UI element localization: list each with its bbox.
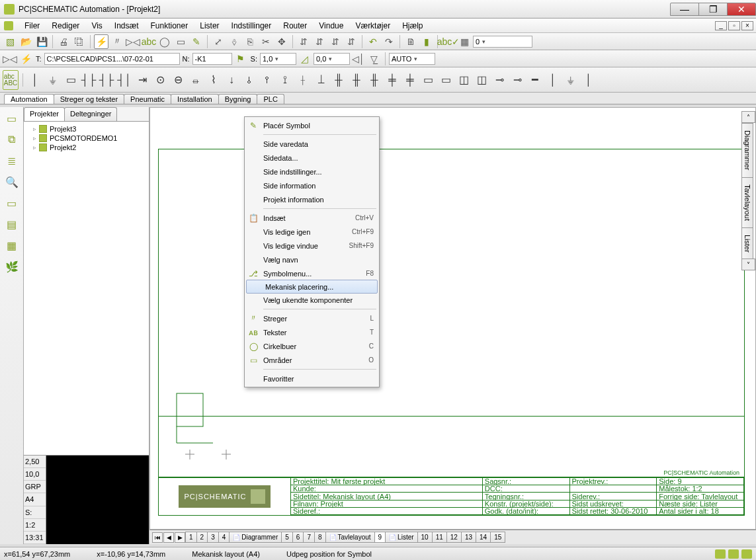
menu-hjælp[interactable]: Hjælp — [396, 20, 429, 32]
pagetab-3[interactable]: 3 — [207, 532, 219, 543]
menu-lister[interactable]: Lister — [194, 20, 225, 32]
abc-check-icon[interactable]: abc✓ — [441, 34, 456, 49]
pagetab-13[interactable]: 13 — [461, 532, 476, 543]
pagetab-8[interactable]: 8 — [314, 532, 326, 543]
flip-h-icon[interactable]: ◁│ — [351, 52, 366, 66]
tb2-angle-icon[interactable]: ◿ — [298, 52, 312, 66]
print-icon[interactable]: 🖨 — [56, 34, 71, 49]
symbol-8[interactable]: ⊖ — [170, 70, 186, 90]
lines-mode-icon[interactable]: 〃 — [110, 34, 124, 49]
calc-icon[interactable]: ▦ — [457, 34, 472, 49]
text-mode-icon[interactable]: abc — [142, 34, 156, 49]
drawing-canvas[interactable]: PC|SCHEMATIC Projekttitel: Mit første pr… — [149, 107, 756, 530]
symtab-streger-og-tekster[interactable]: Streger og tekster — [54, 94, 124, 104]
ctx-favoritter[interactable]: Favoritter — [245, 372, 379, 385]
menu-indsæt[interactable]: Indsæt — [108, 20, 145, 32]
symbol-12[interactable]: ⫰ — [241, 70, 257, 90]
symbol-11[interactable]: ↓ — [224, 70, 239, 90]
new-icon[interactable]: ▧ — [3, 34, 17, 49]
pagetab-9[interactable]: 9 — [374, 532, 386, 543]
ls-layers-icon[interactable]: ⧉ — [5, 132, 19, 147]
pagetab-5[interactable]: 5 — [281, 532, 293, 543]
ctx-omr-der[interactable]: ▭OmråderO — [245, 353, 379, 367]
menu-router[interactable]: Router — [277, 20, 313, 32]
ls-list-icon[interactable]: ≣ — [5, 153, 19, 168]
ctx-plac-r-symbol[interactable]: ✎Placér Symbol — [245, 118, 379, 132]
pagetab-tavlelayout[interactable]: Tavlelayout — [325, 532, 375, 543]
tree-item[interactable]: Projekt2 — [26, 143, 146, 152]
symbol-25[interactable]: ◫ — [474, 70, 489, 90]
sidepanel-tab-deltegninger[interactable]: Deltegninger — [64, 107, 117, 121]
symbol-10[interactable]: ⌇ — [206, 70, 222, 90]
menu-vis[interactable]: Vis — [85, 20, 108, 32]
ctx-v-lg-ukendte-komponenter[interactable]: Vælg ukendte komponenter — [245, 293, 379, 307]
mirror-icon[interactable]: ▷◁ — [126, 34, 140, 49]
mdi-close[interactable]: × — [741, 21, 753, 30]
symbol-30[interactable]: ⏚ — [563, 70, 579, 90]
ctx-tekster[interactable]: ᴀʙTeksterT — [245, 325, 379, 339]
symbol-mode-icon[interactable]: ⚡ — [94, 34, 108, 49]
close-button[interactable]: ✕ — [727, 3, 756, 16]
sidepanel-tab-projekter[interactable]: Projekter — [24, 107, 65, 121]
ctx-vis-ledige-igen[interactable]: Vis ledige igenCtrl+F9 — [245, 225, 379, 239]
ctx-v-lg-navn[interactable]: Vælg navn — [245, 253, 379, 266]
ctx-sidedata-[interactable]: Sidedata... — [245, 151, 379, 165]
symbol-24[interactable]: ◫ — [456, 70, 472, 90]
symbol-13[interactable]: ⫯ — [259, 70, 275, 90]
ctx-symbolmenu-[interactable]: ⎇Symbolmenu...F8 — [245, 266, 379, 280]
tree-item[interactable]: PCSMOTORDEMO1 — [26, 134, 146, 143]
ls-tree-icon[interactable]: 🌿 — [5, 259, 19, 274]
pagetab-12[interactable]: 12 — [446, 532, 462, 543]
symtab-installation[interactable]: Installation — [171, 94, 219, 104]
doc-a-icon[interactable]: 🗎 — [403, 34, 418, 49]
cut-icon[interactable]: ✂ — [259, 34, 273, 49]
circle-mode-icon[interactable]: ◯ — [157, 34, 172, 49]
rotation-field[interactable]: 0,0 — [314, 53, 350, 65]
ls-stack-icon[interactable]: ▤ — [5, 217, 19, 231]
menu-værktøjer[interactable]: Værktøjer — [349, 20, 396, 32]
placed-symbol[interactable] — [170, 390, 236, 463]
symbol-29[interactable]: │ — [545, 70, 561, 90]
symtab-automation[interactable]: Automation — [4, 94, 54, 104]
status-icon-b[interactable] — [728, 549, 739, 559]
tool-c-icon[interactable]: ⎘ — [243, 34, 257, 49]
symbol-28[interactable]: ━ — [527, 70, 543, 90]
sym-abc-icon[interactable]: abcABC — [3, 70, 19, 90]
ls-zoom-icon[interactable]: 🔍 — [5, 175, 19, 189]
maximize-button[interactable]: ❐ — [698, 3, 728, 16]
project-tree[interactable]: Projekt3PCSMOTORDEMO1Projekt2 — [24, 122, 149, 456]
status-icon-c[interactable] — [741, 549, 752, 559]
symbol-5[interactable]: ┤│ — [116, 70, 132, 90]
ctx-streger[interactable]: 〃StregerL — [245, 311, 379, 325]
righttab-tavlelayout[interactable]: Tavlelayout — [741, 177, 753, 228]
pt-next[interactable]: ▶ — [175, 532, 185, 543]
rtab-up[interactable]: ˄ — [741, 111, 755, 123]
doc-b-icon[interactable]: ▮ — [419, 34, 434, 49]
path-field[interactable]: C:\PCSELCAD\PCS1...\07-02-01 — [44, 53, 180, 65]
menu-vindue[interactable]: Vindue — [313, 20, 349, 32]
menu-funktioner[interactable]: Funktioner — [145, 20, 194, 32]
number-dropdown[interactable]: 0 — [473, 36, 532, 48]
pagetab-15[interactable]: 15 — [490, 532, 505, 543]
pagetab-2[interactable]: 2 — [196, 532, 208, 543]
pagetab-10[interactable]: 10 — [417, 532, 433, 543]
symbol-27[interactable]: ⊸ — [509, 70, 525, 90]
pagetab-4[interactable]: 4 — [218, 532, 230, 543]
symbol-22[interactable]: ▭ — [420, 70, 436, 90]
tb2-flag-icon[interactable]: ⚑ — [233, 52, 248, 66]
symbol-23[interactable]: ▭ — [438, 70, 454, 90]
ctx-side-indstillinger-[interactable]: Side indstillinger... — [245, 165, 379, 179]
symbol-17[interactable]: ╫ — [331, 70, 347, 90]
minimize-button[interactable]: — — [670, 3, 699, 16]
tool-a-icon[interactable]: ⤢ — [211, 34, 226, 49]
ctx-side-varedata[interactable]: Side varedata — [245, 137, 379, 151]
ctx-inds-t[interactable]: 📋IndsætCtrl+V — [245, 211, 379, 225]
ls-grid-icon[interactable]: ▦ — [5, 238, 19, 253]
symbol-6[interactable]: ⇥ — [134, 70, 150, 90]
scale-field[interactable]: 1,0 — [260, 53, 296, 65]
redo-icon[interactable]: ↷ — [382, 34, 396, 49]
symbol-9[interactable]: ⏛ — [188, 70, 204, 90]
symbol-20[interactable]: ╪ — [384, 70, 400, 90]
menu-indstillinger[interactable]: Indstillinger — [226, 20, 278, 32]
symtab-plc[interactable]: PLC — [257, 94, 284, 104]
